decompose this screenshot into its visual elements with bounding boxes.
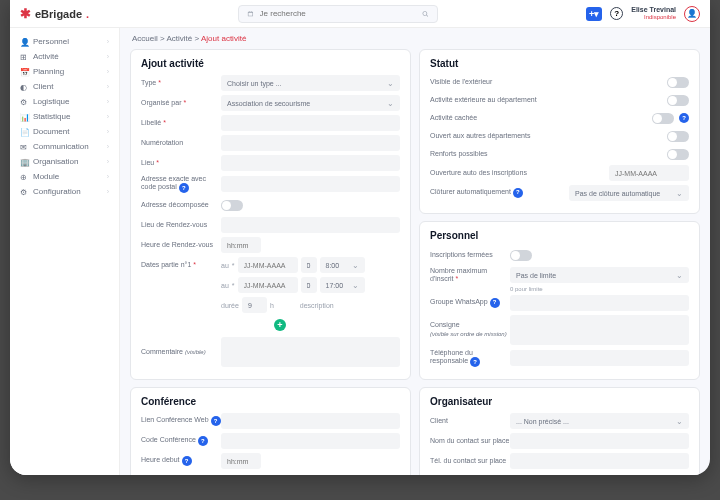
add-date-button[interactable]: + [274, 319, 286, 331]
toggle-insc-fermees[interactable] [510, 250, 532, 261]
logo-icon: ✱ [20, 6, 31, 21]
libelle-input[interactable] [221, 115, 400, 131]
sidebar-item-configuration[interactable]: ⚙Configuration› [10, 184, 119, 199]
avatar[interactable]: 👤 [684, 6, 700, 22]
toggle-ouvert[interactable] [667, 131, 689, 142]
sidebar-item-document[interactable]: 📄Document› [10, 124, 119, 139]
info-icon[interactable]: ? [179, 183, 189, 193]
title-conference: Conférence [141, 396, 400, 407]
title-statut: Statut [430, 58, 689, 69]
adresse-cp-input[interactable] [221, 176, 400, 192]
info-icon[interactable]: ? [679, 113, 689, 123]
cloture-select[interactable]: Pas de clôture automatique [569, 185, 689, 201]
sidebar-item-client[interactable]: ◐Client› [10, 79, 119, 94]
user-status: Indisponible [644, 14, 676, 21]
client-select[interactable]: ... Non précisé ... [510, 413, 689, 429]
crumb-home[interactable]: Accueil [132, 34, 158, 43]
lieu-input[interactable] [221, 155, 400, 171]
sidebar-item-module[interactable]: ⊕Module› [10, 169, 119, 184]
adresse-dec-toggle[interactable] [221, 200, 243, 211]
toggle-renforts[interactable] [667, 149, 689, 160]
sidebar-item-activite[interactable]: ⊞Activité› [10, 49, 119, 64]
search-input[interactable] [260, 9, 416, 18]
info-icon[interactable]: ? [513, 188, 523, 198]
type-select[interactable]: Choisir un type ... [221, 75, 400, 91]
commentaire-textarea[interactable] [221, 337, 400, 367]
sidebar-item-statistique[interactable]: 📊Statistique› [10, 109, 119, 124]
max-inscrit-select[interactable]: Pas de limite [510, 267, 689, 283]
organise-select[interactable]: Association de secourisme [221, 95, 400, 111]
sidebar-item-logistique[interactable]: ⚙Logistique› [10, 94, 119, 109]
user-name: Elise Trevinal [631, 6, 676, 14]
info-icon[interactable]: ? [198, 436, 208, 446]
heure-rdv-input[interactable] [221, 237, 261, 253]
calendar-icon [247, 10, 254, 18]
info-icon[interactable]: ? [490, 298, 500, 308]
contact-tel-input[interactable] [510, 453, 689, 469]
title-personnel: Personnel [430, 230, 689, 241]
date-start-zero[interactable] [301, 257, 317, 273]
help-icon[interactable]: ? [610, 7, 623, 20]
date-end-input[interactable] [238, 277, 298, 293]
numerotation-input[interactable] [221, 135, 400, 151]
lieu-rdv-input[interactable] [221, 217, 400, 233]
sidebar-item-personnel[interactable]: 👤Personnel› [10, 34, 119, 49]
sidebar-item-planning[interactable]: 📅Planning› [10, 64, 119, 79]
crumb-activite[interactable]: Activité [166, 34, 192, 43]
card-conference: Conférence Lien Conférence Web? Code Con… [130, 387, 411, 475]
toggle-cachee[interactable] [652, 113, 674, 124]
logo[interactable]: ✱ eBrigade. [20, 6, 89, 21]
card-statut: Statut Visible de l'extérieur Activité e… [419, 49, 700, 214]
search-wrap [238, 5, 438, 23]
title-organisateur: Organisateur [430, 396, 689, 407]
card-ajout: Ajout activité Type *Choisir un type ...… [130, 49, 411, 380]
sidebar: 👤Personnel› ⊞Activité› 📅Planning› ◐Clien… [10, 28, 120, 475]
sidebar-item-communication[interactable]: ✉Communication› [10, 139, 119, 154]
ouverture-date-input[interactable] [609, 165, 689, 181]
time-start-select[interactable]: 8:00 [320, 257, 365, 273]
time-end-select[interactable]: 17:00 [320, 277, 365, 293]
card-organisateur: Organisateur Client... Non précisé ... N… [419, 387, 700, 475]
breadcrumb: Accueil > Activité > Ajout activité [130, 28, 700, 49]
tel-resp-input[interactable] [510, 350, 689, 366]
title-ajout: Ajout activité [141, 58, 400, 69]
info-icon[interactable]: ? [182, 456, 192, 466]
heure-conf-input[interactable] [221, 453, 261, 469]
top-bar: ✱ eBrigade. +▾ ? Elise Trevinal Indispon… [10, 0, 710, 28]
toggle-act-ext[interactable] [667, 95, 689, 106]
date-start-input[interactable] [238, 257, 298, 273]
info-icon[interactable]: ? [211, 416, 221, 426]
sidebar-item-organisation[interactable]: 🏢Organisation› [10, 154, 119, 169]
whatsapp-input[interactable] [510, 295, 689, 311]
info-icon[interactable]: ? [470, 357, 480, 367]
add-button[interactable]: +▾ [586, 7, 602, 21]
code-conf-input[interactable] [221, 433, 400, 449]
crumb-current: Ajout activité [201, 34, 246, 43]
consigne-textarea[interactable] [510, 315, 689, 345]
duree-input[interactable] [242, 297, 267, 313]
brand-name: eBrigade [35, 8, 82, 20]
search-icon [422, 10, 429, 18]
card-personnel: Personnel Inscriptions fermées Nombre ma… [419, 221, 700, 380]
contact-nom-input[interactable] [510, 433, 689, 449]
date-end-zero[interactable] [301, 277, 317, 293]
lien-conf-input[interactable] [221, 413, 400, 429]
toggle-visible-ext[interactable] [667, 77, 689, 88]
